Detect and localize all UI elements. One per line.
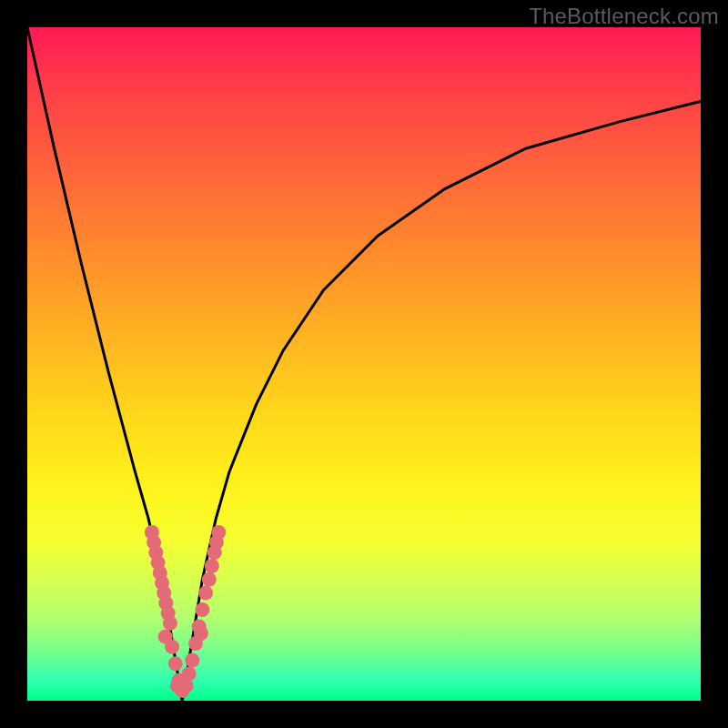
chart-svg [27,27,701,701]
highlight-dot [202,572,217,587]
highlight-dot [195,602,209,617]
bottleneck-curve [27,27,701,701]
watermark-text: TheBottleneck.com [529,4,719,29]
highlight-dot [198,586,213,601]
highlight-dot [163,616,177,631]
highlight-dot [165,640,179,654]
highlight-dot [211,525,226,540]
highlight-dot [182,666,197,681]
chart-frame: TheBottleneck.com [0,0,728,728]
plot-area [27,27,701,701]
highlight-dot [205,559,219,573]
highlight-dots [145,525,226,698]
highlight-dot [185,653,199,668]
highlight-dot [179,679,194,693]
highlight-dot [194,626,208,641]
highlight-dot [168,656,183,671]
